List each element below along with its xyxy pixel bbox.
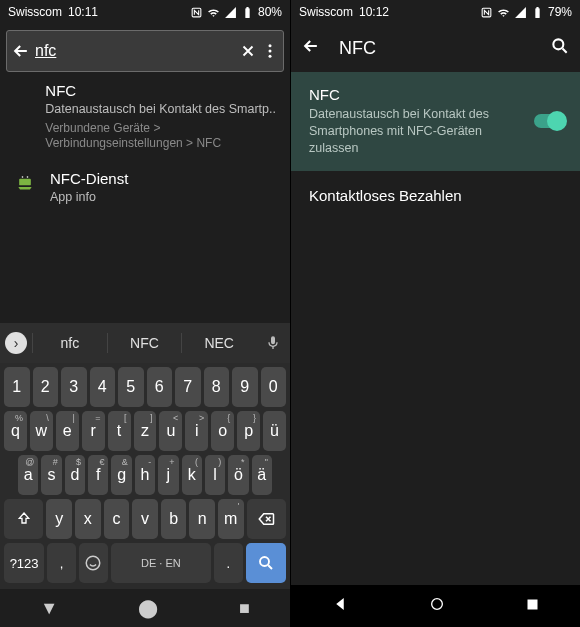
key-b[interactable]: b xyxy=(161,499,187,539)
toggle-switch[interactable] xyxy=(534,114,564,128)
wifi-icon xyxy=(207,6,220,19)
setting-subtitle: Datenaustausch bei Kontakt des Smartphon… xyxy=(309,106,522,157)
period-key[interactable]: . xyxy=(214,543,243,583)
key-y[interactable]: y xyxy=(46,499,72,539)
search-key[interactable] xyxy=(246,543,286,583)
key-x[interactable]: x xyxy=(75,499,101,539)
search-bar xyxy=(6,30,284,72)
key-m[interactable]: m' xyxy=(218,499,244,539)
nav-bar: ▼ ⬤ ■ xyxy=(0,589,290,627)
comma-key[interactable]: , xyxy=(47,543,76,583)
key-5[interactable]: 5 xyxy=(118,367,144,407)
page-title: NFC xyxy=(339,38,532,59)
key-k[interactable]: k( xyxy=(182,455,202,495)
mic-icon[interactable] xyxy=(256,335,290,351)
search-results: NFC Datenaustausch bei Kontakt des Smart… xyxy=(0,74,290,323)
key-4[interactable]: 4 xyxy=(90,367,116,407)
backspace-key[interactable] xyxy=(247,499,286,539)
carrier-label: Swisscom xyxy=(299,5,353,19)
key-7[interactable]: 7 xyxy=(175,367,201,407)
back-icon[interactable] xyxy=(11,35,31,67)
key-e[interactable]: e| xyxy=(56,411,79,451)
contactless-pay-row[interactable]: Kontaktloses Bezahlen xyxy=(291,171,580,220)
result-app[interactable]: NFC-Dienst App info xyxy=(14,170,276,206)
android-icon xyxy=(14,170,36,206)
key-6[interactable]: 6 xyxy=(147,367,173,407)
overflow-icon[interactable] xyxy=(261,35,279,67)
emoji-key[interactable] xyxy=(79,543,108,583)
key-c[interactable]: c xyxy=(104,499,130,539)
result-subtitle: App info xyxy=(50,189,276,206)
signal-icon xyxy=(224,6,237,19)
key-p[interactable]: p} xyxy=(237,411,260,451)
status-bar: Swisscom 10:12 79% xyxy=(291,0,580,24)
nav-back-icon[interactable]: ▼ xyxy=(40,598,58,619)
status-bar: Swisscom 10:11 80% xyxy=(0,0,290,24)
key-r[interactable]: r= xyxy=(82,411,105,451)
svg-point-5 xyxy=(27,176,29,178)
battery-pct: 80% xyxy=(258,5,282,19)
symbols-key[interactable]: ?123 xyxy=(4,543,44,583)
shift-key[interactable] xyxy=(4,499,43,539)
key-3[interactable]: 3 xyxy=(61,367,87,407)
result-setting[interactable]: NFC Datenaustausch bei Kontakt des Smart… xyxy=(14,82,276,152)
key-f[interactable]: f€ xyxy=(88,455,108,495)
keyboard: 1234567890 q%w\e|r=t[z]u<i>o{p}ü a@s#d$f… xyxy=(0,363,290,589)
nav-recents-icon[interactable] xyxy=(525,597,540,616)
key-t[interactable]: t[ xyxy=(108,411,131,451)
svg-point-6 xyxy=(86,556,100,570)
phone-left: Swisscom 10:11 80% xyxy=(0,0,290,627)
key-o[interactable]: o{ xyxy=(211,411,234,451)
key-j[interactable]: j+ xyxy=(158,455,178,495)
battery-pct: 79% xyxy=(548,5,572,19)
svg-point-4 xyxy=(22,176,24,178)
phone-right: Swisscom 10:12 79% NFC NFC Datenaustausc… xyxy=(290,0,580,627)
space-key[interactable]: DE · EN xyxy=(111,543,211,583)
nav-recents-icon[interactable]: ■ xyxy=(239,598,250,619)
svg-rect-11 xyxy=(528,599,538,609)
key-s[interactable]: s# xyxy=(41,455,61,495)
key-9[interactable]: 9 xyxy=(232,367,258,407)
result-title: NFC-Dienst xyxy=(50,170,276,187)
key-g[interactable]: g& xyxy=(111,455,131,495)
svg-point-1 xyxy=(269,44,272,47)
nfc-toggle-row[interactable]: NFC Datenaustausch bei Kontakt des Smart… xyxy=(291,72,580,171)
key-z[interactable]: z] xyxy=(134,411,157,451)
expand-suggestions-icon[interactable]: › xyxy=(0,332,32,354)
key-d[interactable]: d$ xyxy=(65,455,85,495)
search-icon[interactable] xyxy=(550,36,570,60)
clear-icon[interactable] xyxy=(239,35,257,67)
search-input[interactable] xyxy=(35,42,235,60)
keyboard-suggestions: › nfc NFC NEC xyxy=(0,323,290,363)
nav-home-icon[interactable]: ⬤ xyxy=(138,597,158,619)
key-ü[interactable]: ü xyxy=(263,411,286,451)
back-icon[interactable] xyxy=(301,36,321,60)
key-ö[interactable]: ö* xyxy=(228,455,248,495)
key-q[interactable]: q% xyxy=(4,411,27,451)
result-subtitle: Datenaustausch bei Kontakt des Smartp.. xyxy=(45,101,276,118)
clock: 10:11 xyxy=(68,5,98,19)
key-u[interactable]: u< xyxy=(159,411,182,451)
nav-home-icon[interactable] xyxy=(429,596,445,616)
key-h[interactable]: h- xyxy=(135,455,155,495)
key-n[interactable]: n xyxy=(189,499,215,539)
key-w[interactable]: w\ xyxy=(30,411,53,451)
signal-icon xyxy=(514,6,527,19)
key-l[interactable]: l) xyxy=(205,455,225,495)
key-8[interactable]: 8 xyxy=(204,367,230,407)
key-a[interactable]: a@ xyxy=(18,455,38,495)
suggestion-2[interactable]: NFC xyxy=(107,333,182,353)
key-v[interactable]: v xyxy=(132,499,158,539)
wifi-icon xyxy=(497,6,510,19)
key-i[interactable]: i> xyxy=(185,411,208,451)
nav-back-icon[interactable] xyxy=(331,595,349,617)
clock: 10:12 xyxy=(359,5,389,19)
key-0[interactable]: 0 xyxy=(261,367,287,407)
result-path: Verbundene Geräte > Verbindungseinstellu… xyxy=(45,121,276,152)
setting-title: NFC xyxy=(309,86,522,103)
suggestion-3[interactable]: NEC xyxy=(181,333,256,353)
suggestion-1[interactable]: nfc xyxy=(32,333,107,353)
key-ä[interactable]: ä" xyxy=(252,455,272,495)
key-1[interactable]: 1 xyxy=(4,367,30,407)
key-2[interactable]: 2 xyxy=(33,367,59,407)
